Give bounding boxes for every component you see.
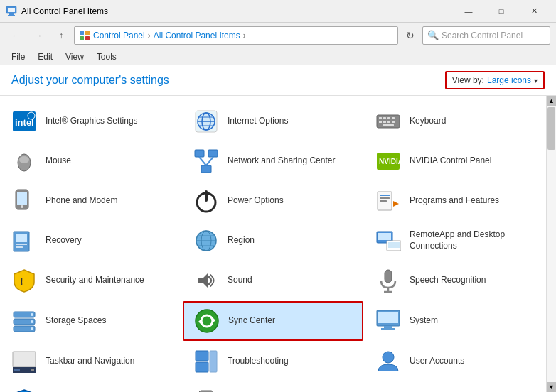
- keyboard-icon: [374, 107, 402, 136]
- phone-modem-label: Phone and Modem: [46, 195, 117, 207]
- svg-text:!: !: [20, 276, 23, 287]
- scroll-track: [547, 106, 556, 382]
- svg-text:NVIDIA: NVIDIA: [379, 158, 401, 165]
- nvidia-panel-label: NVIDIA Control Panel: [410, 156, 491, 167]
- region-label: Region: [228, 235, 255, 246]
- title-bar: All Control Panel Items — □ ✕: [0, 0, 556, 23]
- nav-bar: ← → ↑ Control Panel › All Control Panel …: [0, 23, 556, 48]
- svg-rect-59: [388, 242, 400, 248]
- intel-graphics-icon: intel: [10, 107, 38, 136]
- address-bar[interactable]: Control Panel › All Control Panel Items …: [74, 26, 398, 45]
- svg-point-70: [31, 327, 33, 330]
- scroll-up-button[interactable]: ▲: [547, 96, 556, 106]
- mouse-label: Mouse: [46, 156, 71, 167]
- panel-item-keyboard[interactable]: Keyboard: [365, 102, 545, 141]
- panel-item-speech-recognition[interactable]: Speech Recognition: [365, 261, 545, 300]
- search-box[interactable]: 🔍 Search Control Panel: [422, 26, 550, 45]
- network-sharing-label: Network and Sharing Center: [228, 156, 335, 167]
- power-options-icon: [192, 187, 220, 215]
- close-button[interactable]: ✕: [518, 0, 550, 23]
- panel-item-network-sharing[interactable]: Network and Sharing Center: [183, 142, 363, 180]
- user-accounts-icon: [374, 347, 402, 376]
- panel-item-security-maintenance[interactable]: !Security and Maintenance: [1, 261, 181, 300]
- scrollbar[interactable]: ▲ ▼: [546, 96, 556, 392]
- system-icon: [374, 307, 402, 335]
- recovery-label: Recovery: [46, 235, 82, 246]
- sound-label: Sound: [228, 275, 252, 286]
- menu-tools[interactable]: Tools: [91, 50, 122, 63]
- svg-rect-24: [387, 121, 390, 123]
- panel-item-user-accounts[interactable]: User Accounts: [365, 342, 545, 381]
- svg-rect-22: [379, 121, 382, 123]
- svg-rect-32: [201, 165, 211, 173]
- svg-rect-77: [381, 328, 395, 330]
- panel-item-programs-features[interactable]: Programs and Features: [365, 182, 545, 220]
- svg-rect-7: [85, 36, 90, 40]
- svg-rect-62: [385, 270, 392, 283]
- svg-rect-44: [380, 197, 390, 199]
- svg-rect-26: [383, 124, 394, 126]
- back-button[interactable]: ←: [6, 26, 26, 45]
- svg-rect-50: [16, 246, 23, 248]
- speech-recognition-label: Speech Recognition: [410, 275, 486, 286]
- user-accounts-label: User Accounts: [410, 356, 464, 367]
- panel-item-system[interactable]: System: [365, 301, 545, 341]
- up-button[interactable]: ↑: [51, 26, 71, 45]
- panel-item-internet-options[interactable]: Internet Options: [183, 102, 363, 141]
- svg-rect-5: [85, 31, 90, 35]
- keyboard-label: Keyboard: [410, 116, 446, 127]
- forward-button[interactable]: →: [28, 26, 48, 45]
- panel-item-mouse[interactable]: Mouse: [1, 142, 181, 180]
- breadcrumb-part1[interactable]: Control Panel: [93, 31, 145, 40]
- panel-item-power-options[interactable]: Power Options: [183, 182, 363, 220]
- svg-rect-43: [380, 195, 390, 196]
- phone-modem-icon: [10, 187, 38, 215]
- panel-item-windows-mobility[interactable]: Windows Mobility Center: [183, 382, 363, 392]
- storage-spaces-icon: [10, 307, 38, 335]
- page-title: Adjust your computer's settings: [11, 74, 169, 87]
- taskbar-navigation-icon: [10, 347, 38, 376]
- menu-bar: File Edit View Tools: [0, 48, 556, 65]
- panel-item-sync-center[interactable]: Sync Center: [183, 301, 363, 341]
- svg-rect-81: [31, 369, 34, 371]
- svg-rect-45: [380, 200, 387, 202]
- nvidia-panel-icon: NVIDIA: [374, 147, 402, 175]
- svg-rect-18: [379, 117, 382, 119]
- menu-file[interactable]: File: [6, 50, 31, 63]
- svg-rect-76: [384, 326, 392, 328]
- breadcrumb-part2[interactable]: All Control Panel Items: [154, 31, 240, 40]
- svg-marker-46: [393, 201, 399, 207]
- svg-point-85: [383, 352, 394, 363]
- panel-item-troubleshooting[interactable]: Troubleshooting: [183, 342, 363, 381]
- svg-line-34: [206, 157, 213, 165]
- menu-edit[interactable]: Edit: [32, 50, 58, 63]
- control-panel-icon: [79, 30, 90, 41]
- svg-point-29: [19, 156, 29, 163]
- panel-item-region[interactable]: Region: [183, 222, 363, 260]
- refresh-button[interactable]: ↻: [401, 26, 419, 45]
- svg-rect-6: [80, 36, 84, 40]
- scroll-thumb[interactable]: [547, 107, 555, 150]
- panel-item-windows-defender[interactable]: Windows Defender Firewall: [1, 382, 181, 392]
- panel-item-taskbar-navigation[interactable]: Taskbar and Navigation: [1, 342, 181, 381]
- sync-center-icon: [193, 307, 221, 335]
- region-icon: [192, 227, 220, 255]
- svg-point-69: [31, 320, 33, 323]
- menu-view[interactable]: View: [60, 50, 90, 63]
- panel-item-work-folders[interactable]: Work Folders: [365, 382, 545, 392]
- panel-item-sound[interactable]: Sound: [183, 261, 363, 300]
- panel-item-phone-modem[interactable]: Phone and Modem: [1, 182, 181, 220]
- panel-item-nvidia-panel[interactable]: NVIDIANVIDIA Control Panel: [365, 142, 545, 180]
- taskbar-navigation-label: Taskbar and Navigation: [46, 356, 134, 367]
- panel-item-storage-spaces[interactable]: Storage Spaces: [1, 301, 181, 341]
- maximize-button[interactable]: □: [485, 0, 518, 23]
- panel-item-remoteapp[interactable]: RemoteApp and Desktop Connections: [365, 222, 545, 260]
- scroll-down-button[interactable]: ▼: [547, 382, 556, 392]
- programs-features-label: Programs and Features: [410, 195, 499, 207]
- minimize-button[interactable]: —: [452, 0, 485, 23]
- svg-rect-83: [196, 362, 208, 372]
- remoteapp-label: RemoteApp and Desktop Connections: [410, 229, 536, 251]
- panel-item-recovery[interactable]: Recovery: [1, 222, 181, 260]
- view-by-selector[interactable]: View by: Large icons ▾: [445, 71, 545, 89]
- panel-item-intel-graphics[interactable]: intelIntel® Graphics Settings: [1, 102, 181, 141]
